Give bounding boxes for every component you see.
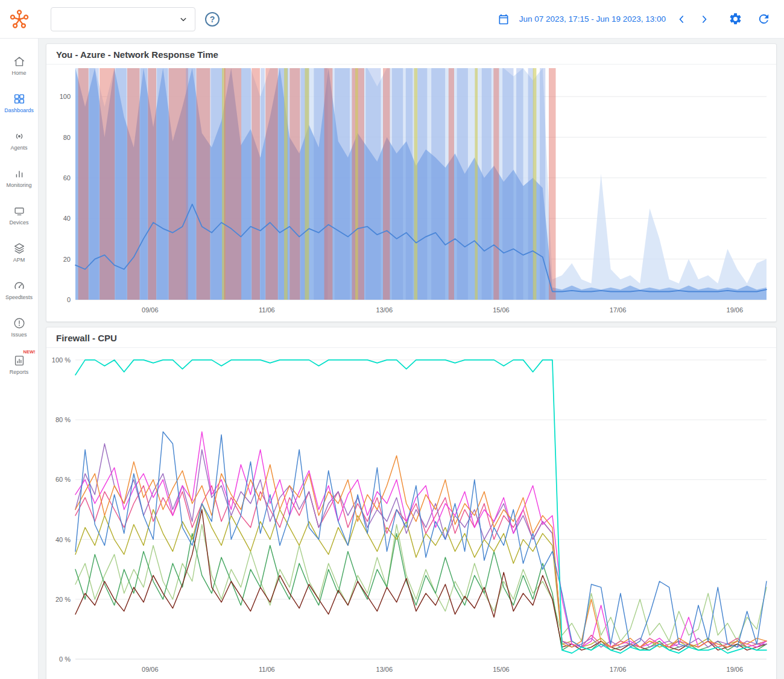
date-controls: Jun 07 2023, 17:15 - Jun 19 2023, 13:00 <box>496 11 784 27</box>
sidebar-item-dashboards[interactable]: Dashboards <box>0 87 39 119</box>
svg-text:13/06: 13/06 <box>376 306 393 314</box>
sidebar-item-speedtests[interactable]: Speedtests <box>0 274 39 306</box>
svg-text:60: 60 <box>63 174 71 182</box>
panel-title: Firewall - CPU <box>46 327 776 348</box>
new-badge: NEW! <box>24 349 36 355</box>
sidebar-item-label: Dashboards <box>4 107 34 113</box>
svg-text:20 %: 20 % <box>55 596 71 603</box>
app-logo[interactable] <box>0 8 39 30</box>
issues-icon <box>13 317 26 330</box>
chevron-down-icon <box>178 14 189 25</box>
apm-icon <box>13 242 26 255</box>
sidebar-item-label: Agents <box>10 145 27 151</box>
sidebar-item-label: Issues <box>11 332 27 338</box>
prev-period-button[interactable] <box>674 12 689 27</box>
sidebar-item-reports[interactable]: NEW! Reports <box>0 349 39 381</box>
svg-text:19/06: 19/06 <box>727 666 744 673</box>
dashboards-icon <box>13 92 26 106</box>
sidebar-item-home[interactable]: Home <box>0 49 39 81</box>
svg-text:0: 0 <box>67 296 71 303</box>
sidebar-item-label: Monitoring <box>6 182 31 188</box>
top-bar: ? Jun 07 2023, 17:15 - Jun 19 2023, 13:0… <box>0 0 784 39</box>
chart-network-response-time[interactable]: 02040608010009/0611/0613/0615/0617/0619/… <box>46 65 776 318</box>
reports-icon <box>13 354 26 367</box>
svg-text:09/06: 09/06 <box>142 306 159 314</box>
chart-firewall-cpu[interactable]: 0 %20 %40 %60 %80 %100 %09/0611/0613/061… <box>46 348 776 677</box>
svg-text:20: 20 <box>63 256 71 263</box>
sidebar-item-label: Speedtests <box>5 294 33 300</box>
help-label: ? <box>210 14 215 24</box>
agents-icon <box>13 130 26 143</box>
sidebar-item-monitoring[interactable]: Monitoring <box>0 162 39 194</box>
speedtests-icon <box>13 279 26 292</box>
svg-text:11/06: 11/06 <box>259 306 275 314</box>
settings-icon[interactable] <box>727 11 744 27</box>
help-icon[interactable]: ? <box>205 12 220 27</box>
svg-text:100: 100 <box>60 93 71 100</box>
svg-text:40: 40 <box>63 215 71 222</box>
panel-title: You - Azure - Network Response Time <box>46 44 776 65</box>
panel-firewall-cpu: Firewall - CPU 0 %20 %40 %60 %80 %100 %0… <box>46 327 777 679</box>
svg-text:17/06: 17/06 <box>610 306 627 314</box>
svg-text:80: 80 <box>63 134 71 141</box>
sidebar-item-agents[interactable]: Agents <box>0 124 39 156</box>
panel-network-response-time: You - Azure - Network Response Time 0204… <box>46 43 777 322</box>
svg-text:40 %: 40 % <box>55 536 71 543</box>
svg-text:15/06: 15/06 <box>493 306 510 314</box>
svg-text:15/06: 15/06 <box>493 666 510 673</box>
dashboard-content: You - Azure - Network Response Time 0204… <box>39 39 784 679</box>
monitoring-icon <box>13 167 26 180</box>
home-icon <box>13 55 26 68</box>
sidebar-item-label: Reports <box>10 369 29 375</box>
refresh-icon[interactable] <box>756 11 772 27</box>
dashboard-select[interactable] <box>51 7 195 31</box>
svg-text:11/06: 11/06 <box>259 666 275 673</box>
sidebar-item-issues[interactable]: Issues <box>0 311 39 343</box>
svg-text:09/06: 09/06 <box>142 666 159 673</box>
calendar-icon[interactable] <box>496 12 511 27</box>
svg-text:17/06: 17/06 <box>610 666 627 673</box>
devices-icon <box>13 204 26 218</box>
sidebar-item-label: Home <box>11 70 26 76</box>
sidebar-item-label: APM <box>13 257 25 263</box>
date-range[interactable]: Jun 07 2023, 17:15 - Jun 19 2023, 13:00 <box>519 14 666 24</box>
sidebar-item-apm[interactable]: APM <box>0 236 39 268</box>
svg-text:60 %: 60 % <box>55 476 71 483</box>
svg-text:80 %: 80 % <box>55 416 71 423</box>
svg-text:19/06: 19/06 <box>727 306 744 314</box>
sidebar-item-label: Devices <box>9 219 28 226</box>
sidebar-item-devices[interactable]: Devices <box>0 199 39 231</box>
svg-text:0 %: 0 % <box>59 655 71 663</box>
svg-text:13/06: 13/06 <box>376 666 393 673</box>
logo-icon <box>8 8 30 30</box>
svg-text:100 %: 100 % <box>52 356 71 364</box>
next-period-button[interactable] <box>697 12 712 27</box>
sidebar: Home Dashboards Agents Monitoring Device… <box>0 39 39 679</box>
